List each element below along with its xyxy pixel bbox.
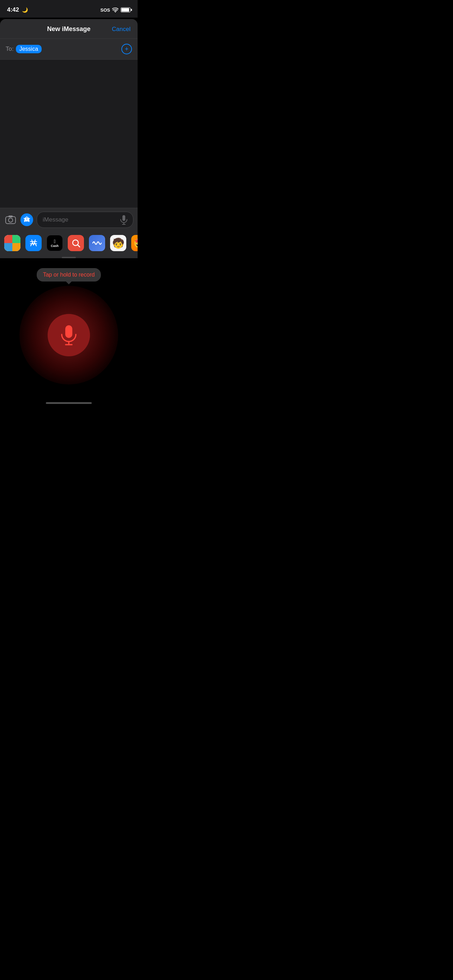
google-search-icon [71,239,80,248]
message-area[interactable] [0,60,138,208]
camera-button[interactable] [4,213,17,226]
appstore-strip-icon [29,238,38,248]
mic-record-icon [60,325,78,346]
message-placeholder: iMessage [43,216,68,223]
appstore-icon [23,216,31,224]
app-icon-soundhound[interactable] [89,235,105,251]
tooltip-bubble: Tap or hold to record [37,268,101,282]
plus-icon: + [125,46,129,53]
strip-indicator [62,257,76,258]
app-icon-google[interactable] [68,235,84,251]
svg-rect-2 [8,216,13,217]
moon-icon: 🌙 [22,7,28,13]
recipient-chip[interactable]: Jessica [16,45,41,53]
cancel-button[interactable]: Cancel [112,26,130,33]
app-strip-indicator-wrap:  Cash 🧒 🤩 [0,231,138,258]
status-icons: SOS [100,7,130,13]
mic-record-button[interactable] [48,314,90,356]
app-icon-photos[interactable] [4,235,21,251]
wifi-icon [112,7,119,12]
to-label: To: [6,46,14,52]
svg-rect-10 [65,325,72,338]
home-indicator-area [0,399,138,407]
soundhound-icon [92,239,102,247]
svg-line-7 [78,245,80,247]
keyboard-mic-button[interactable] [119,215,129,225]
header-title: New iMessage [47,25,90,33]
to-left: To: Jessica [6,45,41,53]
cash-label: Cash [51,244,59,248]
appstore-button[interactable] [21,213,33,226]
mic-glow: Tap or hold to record [19,286,118,385]
voice-recording-area: Tap or hold to record [0,261,138,399]
camera-icon [5,215,16,225]
imessage-panel: New iMessage Cancel To: Jessica + [0,19,138,258]
status-time-area: 4:42 🌙 [7,6,28,13]
input-toolbar: iMessage [0,208,138,231]
keyboard-mic-icon [120,215,128,225]
status-time: 4:42 [7,6,19,13]
app-icon-memoji[interactable]: 🧒 [110,235,126,251]
svg-rect-3 [122,215,125,221]
home-bar [46,402,92,404]
message-input[interactable]: iMessage [37,212,134,228]
app-strip:  Cash 🧒 🤩 [0,231,138,257]
add-recipient-button[interactable]: + [121,44,132,54]
battery-fill [121,8,129,12]
cash-inner:  Cash [51,239,59,248]
status-bar: 4:42 🌙 SOS [0,0,138,18]
app-icon-cash[interactable]:  Cash [46,235,63,251]
app-icon-appstore[interactable] [25,235,41,251]
svg-point-1 [8,218,13,222]
message-header: New iMessage Cancel [0,19,138,39]
photos-grid [4,235,21,251]
sos-indicator: SOS [100,7,110,13]
battery-icon [121,7,130,12]
app-icon-memoji2[interactable]: 🤩 [131,235,138,251]
cash-apple-icon:  [54,239,56,244]
to-field: To: Jessica + [0,39,138,60]
